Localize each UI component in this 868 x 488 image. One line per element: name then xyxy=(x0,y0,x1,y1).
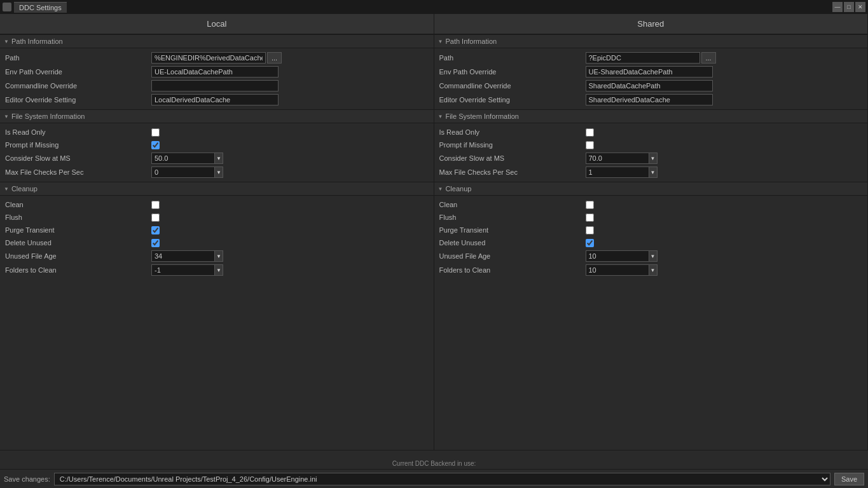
local-prompt-missing-checkbox[interactable] xyxy=(151,141,160,149)
local-path-section-body: Path ... Env Path Override Commandline O… xyxy=(0,48,434,109)
shared-path-field: Path ... xyxy=(434,51,868,65)
shared-path-input[interactable] xyxy=(586,52,700,64)
close-button[interactable]: ✕ xyxy=(855,2,865,12)
local-max-file-checks-input[interactable] xyxy=(151,166,215,178)
local-consider-slow-field: Consider Slow at MS ▼ xyxy=(0,151,434,165)
local-editor-override-field: Editor Override Setting xyxy=(0,93,434,107)
ddc-label: Current DDC Backend in use: xyxy=(392,460,476,467)
shared-consider-slow-input[interactable] xyxy=(586,152,649,164)
local-panel-header: Local xyxy=(0,14,434,34)
shared-filesystem-section-title: File System Information xyxy=(434,109,868,123)
local-purge-transient-field: Purge Transient xyxy=(0,224,434,236)
local-unused-file-age-field: Unused File Age ▼ xyxy=(0,249,434,263)
local-readonly-checkbox[interactable] xyxy=(151,128,160,137)
window-controls: — □ ✕ xyxy=(832,2,865,12)
local-unused-file-age-input[interactable] xyxy=(151,250,215,262)
shared-filesystem-section: File System Information Is Read Only Pro… xyxy=(434,109,868,182)
save-path-select[interactable]: C:/Users/Terence/Documents/Unreal Projec… xyxy=(54,473,830,485)
shared-path-section-body: Path ... Env Path Override Commandline O… xyxy=(434,48,868,109)
title-bar: DDC Settings — □ ✕ xyxy=(0,0,868,14)
shared-cleanup-section: Cleanup Clean Flush Purge Transient xyxy=(434,182,868,280)
shared-readonly-field: Is Read Only xyxy=(434,126,868,139)
local-filesystem-section: File System Information Is Read Only Pro… xyxy=(0,109,434,182)
local-readonly-field: Is Read Only xyxy=(0,126,434,139)
local-delete-unused-checkbox[interactable] xyxy=(151,239,160,247)
local-panel: Local Path Information Path ... Env Path… xyxy=(0,14,434,450)
shared-cleanup-section-title: Cleanup xyxy=(434,182,868,196)
shared-consider-slow-spin[interactable]: ▼ xyxy=(649,152,658,164)
local-env-path-input[interactable] xyxy=(151,66,279,78)
save-bar: Save changes: C:/Users/Terence/Documents… xyxy=(0,469,868,488)
shared-clean-field: Clean xyxy=(434,198,868,211)
local-folders-to-clean-field: Folders to Clean ▼ xyxy=(0,263,434,277)
shared-panel: Shared Path Information Path ... Env Pat… xyxy=(434,14,869,450)
shared-cmdline-input[interactable] xyxy=(586,80,713,92)
shared-unused-file-age-input[interactable] xyxy=(586,250,649,262)
shared-readonly-checkbox[interactable] xyxy=(586,128,594,137)
shared-flush-checkbox[interactable] xyxy=(586,214,594,222)
local-flush-checkbox[interactable] xyxy=(151,214,160,222)
shared-editor-override-input[interactable] xyxy=(586,94,713,105)
local-path-browse-button[interactable]: ... xyxy=(267,52,282,64)
local-delete-unused-field: Delete Unused xyxy=(0,236,434,249)
local-clean-checkbox[interactable] xyxy=(151,201,160,209)
local-path-section: Path Information Path ... Env Path Overr… xyxy=(0,34,434,109)
shared-purge-transient-checkbox[interactable] xyxy=(586,226,594,234)
local-max-file-checks-field: Max File Checks Per Sec ▼ xyxy=(0,165,434,179)
local-path-section-title: Path Information xyxy=(0,34,434,48)
main-content: Local Path Information Path ... Env Path… xyxy=(0,14,868,450)
shared-max-file-checks-spin[interactable]: ▼ xyxy=(649,166,658,178)
shared-path-browse-button[interactable]: ... xyxy=(701,52,716,64)
shared-cleanup-section-body: Clean Flush Purge Transient xyxy=(434,196,868,280)
shared-env-path-input[interactable] xyxy=(586,66,713,78)
shared-path-section: Path Information Path ... Env Path Overr… xyxy=(434,34,868,109)
shared-max-file-checks-field: Max File Checks Per Sec ▼ xyxy=(434,165,868,179)
local-consider-slow-spin[interactable]: ▼ xyxy=(214,152,223,164)
local-clean-field: Clean xyxy=(0,198,434,211)
save-label: Save changes: xyxy=(4,475,50,483)
shared-prompt-missing-checkbox[interactable] xyxy=(586,141,594,149)
shared-unused-file-age-field: Unused File Age ▼ xyxy=(434,249,868,263)
shared-env-path-field: Env Path Override xyxy=(434,65,868,79)
minimize-button[interactable]: — xyxy=(832,2,843,12)
local-purge-transient-checkbox[interactable] xyxy=(151,226,160,234)
shared-panel-header: Shared xyxy=(434,14,868,34)
shared-folders-to-clean-spin[interactable]: ▼ xyxy=(649,264,658,276)
local-cleanup-section-body: Clean Flush Purge Transient xyxy=(0,196,434,280)
shared-path-section-title: Path Information xyxy=(434,34,868,48)
local-consider-slow-input[interactable] xyxy=(151,152,215,164)
local-path-field: Path ... xyxy=(0,51,434,65)
shared-max-file-checks-input[interactable] xyxy=(586,166,649,178)
shared-clean-checkbox[interactable] xyxy=(586,201,594,209)
title-tab[interactable]: DDC Settings xyxy=(14,2,67,13)
save-button[interactable]: Save xyxy=(834,473,864,485)
local-folders-to-clean-input[interactable] xyxy=(151,264,215,276)
shared-filesystem-section-body: Is Read Only Prompt if Missing Consider … xyxy=(434,123,868,182)
local-cmdline-input[interactable] xyxy=(151,80,279,92)
app-icon xyxy=(3,3,11,11)
local-max-file-checks-spin[interactable]: ▼ xyxy=(214,166,223,178)
shared-consider-slow-field: Consider Slow at MS ▼ xyxy=(434,151,868,165)
local-env-path-field: Env Path Override xyxy=(0,65,434,79)
local-editor-override-input[interactable] xyxy=(151,94,279,105)
shared-flush-field: Flush xyxy=(434,211,868,224)
shared-unused-file-age-spin[interactable]: ▼ xyxy=(649,250,658,262)
shared-purge-transient-field: Purge Transient xyxy=(434,224,868,236)
maximize-button[interactable]: □ xyxy=(844,2,854,12)
local-cmdline-field: Commandline Override xyxy=(0,79,434,93)
local-folders-to-clean-spin[interactable]: ▼ xyxy=(214,264,223,276)
local-prompt-missing-field: Prompt if Missing xyxy=(0,139,434,151)
shared-prompt-missing-field: Prompt if Missing xyxy=(434,139,868,151)
shared-folders-to-clean-field: Folders to Clean ▼ xyxy=(434,263,868,277)
shared-delete-unused-checkbox[interactable] xyxy=(586,239,594,247)
shared-delete-unused-field: Delete Unused xyxy=(434,236,868,249)
shared-editor-override-field: Editor Override Setting xyxy=(434,93,868,107)
local-path-input[interactable] xyxy=(151,52,266,64)
local-filesystem-section-title: File System Information xyxy=(0,109,434,123)
local-cleanup-section: Cleanup Clean Flush Purge Transient xyxy=(0,182,434,280)
local-unused-file-age-spin[interactable]: ▼ xyxy=(214,250,223,262)
shared-folders-to-clean-input[interactable] xyxy=(586,264,649,276)
local-cleanup-section-title: Cleanup xyxy=(0,182,434,196)
shared-cmdline-field: Commandline Override xyxy=(434,79,868,93)
local-filesystem-section-body: Is Read Only Prompt if Missing Consider … xyxy=(0,123,434,182)
